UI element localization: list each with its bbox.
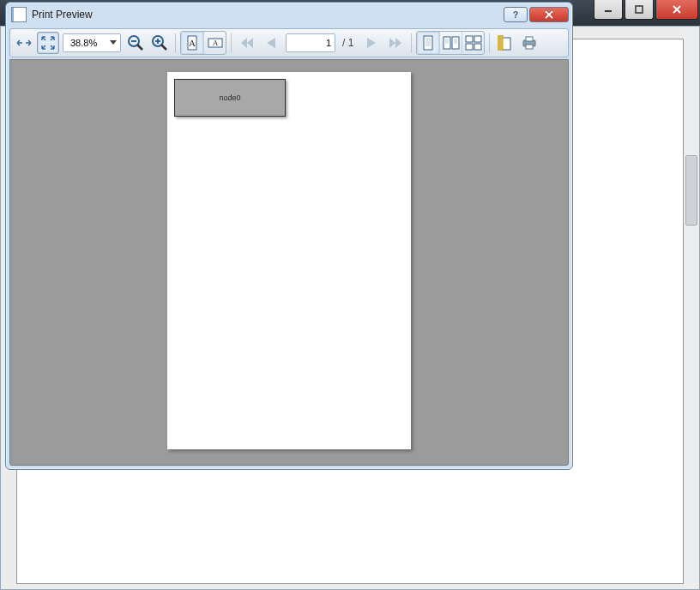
svg-rect-19: [498, 35, 503, 51]
page-setup-icon: [498, 35, 513, 51]
svg-rect-14: [466, 36, 473, 42]
scrollbar-thumb[interactable]: [685, 155, 697, 226]
portrait-button[interactable]: A: [181, 32, 203, 54]
landscape-icon: A: [208, 35, 223, 51]
svg-rect-1: [636, 6, 643, 13]
zoom-in-icon: [151, 34, 168, 51]
print-icon: [522, 35, 537, 51]
svg-rect-21: [526, 37, 533, 41]
zoom-in-button[interactable]: [148, 32, 171, 54]
page-setup-button[interactable]: [494, 32, 516, 54]
window-title: Print Preview: [32, 9, 502, 21]
zoom-select[interactable]: [63, 33, 121, 52]
close-icon: [672, 4, 682, 15]
fit-width-button[interactable]: [13, 32, 35, 54]
first-page-button[interactable]: [236, 32, 258, 54]
single-page-button[interactable]: [417, 32, 439, 54]
svg-rect-3: [131, 40, 136, 42]
separator: [489, 33, 490, 52]
zoom-out-button[interactable]: [124, 32, 147, 54]
svg-rect-16: [466, 44, 473, 50]
next-page-button[interactable]: [360, 32, 383, 54]
facing-pages-icon: [443, 35, 460, 51]
fit-page-button[interactable]: [37, 32, 59, 54]
overview-pages-button[interactable]: [462, 32, 484, 54]
facing-pages-button[interactable]: [439, 32, 462, 54]
separator: [231, 33, 232, 52]
maximize-icon: [635, 5, 643, 14]
document-node: node0: [174, 79, 286, 117]
print-preview-window: Print Preview ?: [5, 2, 573, 470]
current-page-input[interactable]: [286, 33, 335, 52]
last-page-button[interactable]: [384, 32, 407, 54]
svg-text:A: A: [212, 39, 218, 47]
page-separator: / 1: [337, 37, 359, 49]
parent-minimize-button[interactable]: [594, 0, 623, 20]
separator: [411, 33, 412, 52]
prev-page-icon: [265, 37, 277, 49]
svg-rect-17: [474, 44, 481, 50]
last-page-icon: [389, 37, 402, 49]
zoom-out-icon: [127, 34, 144, 51]
fit-width-icon: [16, 35, 32, 51]
svg-rect-11: [424, 36, 432, 50]
total-pages: 1: [348, 37, 354, 49]
portrait-icon: A: [184, 35, 200, 51]
chevron-down-icon: [110, 40, 117, 45]
svg-rect-15: [474, 36, 481, 42]
svg-rect-6: [157, 39, 159, 44]
help-button[interactable]: ?: [504, 7, 528, 22]
pageview-group: [416, 31, 485, 55]
parent-maximize-button[interactable]: [625, 0, 654, 20]
next-page-icon: [365, 37, 377, 49]
toolbar: A A / 1: [9, 28, 569, 57]
zoom-dropdown-button[interactable]: [108, 38, 118, 48]
fit-page-icon: [40, 35, 56, 51]
svg-rect-0: [605, 10, 612, 12]
separator: [175, 33, 176, 52]
page-preview: node0: [167, 72, 411, 449]
landscape-button[interactable]: A: [203, 32, 226, 54]
parent-scrollbar[interactable]: [685, 27, 698, 589]
minimize-icon: [604, 5, 612, 14]
window-icon: [11, 7, 27, 22]
single-page-icon: [421, 35, 435, 51]
document-area[interactable]: node0: [9, 59, 569, 466]
first-page-icon: [240, 37, 254, 49]
close-button[interactable]: [529, 7, 569, 22]
svg-rect-22: [526, 45, 533, 49]
svg-text:A: A: [189, 38, 196, 48]
titlebar[interactable]: Print Preview ?: [6, 3, 572, 27]
zoom-value-input[interactable]: [69, 37, 108, 49]
parent-close-button[interactable]: [655, 0, 698, 20]
print-button[interactable]: [518, 32, 540, 54]
overview-pages-icon: [465, 35, 482, 51]
prev-page-button[interactable]: [260, 32, 282, 54]
orientation-group: A A: [180, 31, 226, 55]
close-icon: [544, 10, 554, 19]
